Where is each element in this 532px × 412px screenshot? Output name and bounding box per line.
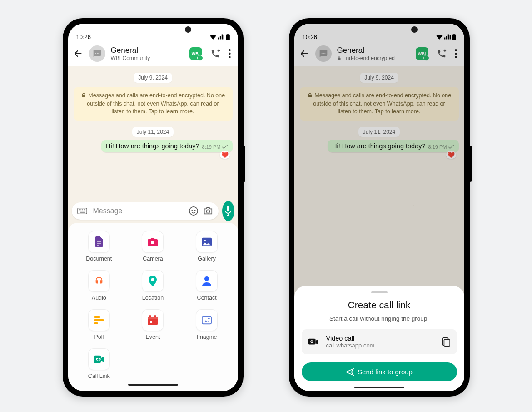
svg-point-46: [455, 56, 457, 58]
svg-point-41: [323, 53, 323, 54]
message-input-pill[interactable]: [72, 202, 219, 220]
keyboard-icon[interactable]: [77, 207, 87, 215]
status-icons: [436, 34, 456, 40]
signal-icon: [444, 34, 451, 40]
message-input[interactable]: [92, 207, 184, 215]
community-badge-icon[interactable]: WBI: [189, 47, 202, 60]
screen-right: 10:26 General End-to-end encrypted: [294, 24, 464, 391]
message-meta: 8:19 PM: [428, 144, 454, 150]
attach-audio[interactable]: Audio: [88, 270, 110, 301]
battery-icon: [452, 34, 456, 40]
heart-reaction[interactable]: ❤️: [446, 151, 456, 159]
camera-icon[interactable]: [203, 206, 213, 216]
back-button[interactable]: [299, 48, 310, 59]
svg-point-17: [206, 210, 209, 213]
attach-label: Gallery: [198, 256, 216, 262]
attach-label: Document: [86, 256, 112, 262]
doc-icon: [88, 231, 110, 253]
encryption-banner[interactable]: 🔒︎ Messages and calls are end-to-end enc…: [74, 87, 233, 121]
copy-icon[interactable]: [442, 337, 451, 347]
status-icons: [209, 34, 230, 40]
more-menu-icon[interactable]: [455, 49, 457, 58]
attach-location[interactable]: Location: [142, 270, 164, 301]
chat-body[interactable]: July 9, 2024 🔒︎ Messages and calls are e…: [68, 66, 238, 199]
svg-point-7: [229, 56, 230, 58]
chat-name: General: [111, 46, 184, 55]
status-bar: 10:26: [294, 24, 464, 42]
message-meta: 8:19 PM: [202, 144, 228, 150]
audio-icon: [88, 270, 110, 292]
call-add-icon[interactable]: [210, 49, 220, 59]
check-icon: [222, 145, 228, 149]
calllink-icon: [88, 348, 110, 370]
chat-header: General WBI Community WBI: [68, 42, 238, 66]
power-button[interactable]: [244, 146, 245, 182]
power-button[interactable]: [470, 146, 472, 182]
attach-gallery[interactable]: Gallery: [196, 231, 218, 262]
sheet-handle[interactable]: [371, 291, 388, 293]
gallery-icon: [196, 231, 218, 253]
phone-left: 10:26 General WBI Community WBI: [63, 18, 244, 397]
call-sheet-title: Create call link: [302, 300, 457, 311]
svg-rect-32: [148, 317, 158, 319]
attach-camera[interactable]: Camera: [142, 231, 164, 262]
call-add-icon[interactable]: [437, 49, 447, 59]
attach-label: Camera: [143, 256, 163, 262]
svg-point-14: [189, 207, 197, 215]
emoji-icon[interactable]: [189, 206, 199, 216]
heart-reaction[interactable]: ❤️: [220, 151, 230, 159]
svg-rect-28: [94, 319, 104, 321]
attach-event[interactable]: Event: [142, 309, 164, 340]
contact-icon: [196, 270, 218, 292]
attach-calllink[interactable]: Call Link: [88, 348, 110, 379]
wifi-icon: [436, 34, 443, 40]
more-menu-icon[interactable]: [229, 49, 231, 58]
svg-rect-20: [97, 243, 101, 244]
back-button[interactable]: [73, 48, 84, 59]
nav-indicator: [128, 384, 178, 386]
community-badge-icon[interactable]: WBI: [416, 47, 428, 60]
attachment-sheet: Document Camera Gallery Audio Location C…: [68, 223, 238, 391]
svg-rect-10: [80, 209, 81, 210]
chat-header: General End-to-end encrypted WBI: [294, 42, 464, 66]
group-avatar[interactable]: [315, 45, 332, 62]
chat-title-block[interactable]: General End-to-end encrypted: [337, 46, 410, 61]
attach-label: Event: [146, 334, 160, 340]
svg-rect-68: [444, 339, 450, 346]
send-link-button[interactable]: Send link to group: [302, 362, 457, 381]
outgoing-message[interactable]: Hi! How are things going today? 8:19 PM …: [101, 140, 233, 152]
attach-poll[interactable]: Poll: [88, 309, 110, 340]
chat-name: General: [337, 46, 410, 55]
svg-point-26: [204, 276, 209, 281]
svg-point-2: [95, 53, 96, 54]
svg-rect-8: [77, 208, 86, 214]
svg-rect-27: [94, 316, 100, 318]
svg-rect-34: [154, 315, 156, 317]
svg-point-3: [96, 53, 97, 54]
attach-label: Audio: [92, 295, 106, 301]
attach-imagine[interactable]: Imagine: [196, 309, 218, 340]
wifi-icon: [209, 34, 217, 40]
message-text: Hi! How are things going today?: [332, 142, 426, 150]
call-link-row[interactable]: Video call call.whatsapp.com: [302, 329, 457, 354]
imagine-icon: [196, 309, 218, 331]
group-avatar[interactable]: [89, 45, 105, 62]
svg-rect-11: [82, 209, 83, 210]
call-sheet-subtitle: Start a call without ringing the group.: [302, 315, 457, 322]
svg-point-40: [321, 53, 322, 54]
attach-contact[interactable]: Contact: [196, 270, 218, 301]
chat-subtitle: WBI Community: [111, 55, 184, 61]
attach-doc[interactable]: Document: [86, 231, 112, 262]
nav-indicator: [354, 387, 404, 388]
chat-body[interactable]: July 9, 2024 🔒︎ Messages and calls are e…: [294, 66, 464, 298]
outgoing-message[interactable]: Hi! How are things going today? 8:19 PM …: [328, 140, 459, 152]
svg-rect-12: [84, 209, 85, 210]
svg-rect-43: [338, 58, 340, 60]
mic-button[interactable]: [222, 201, 234, 221]
svg-point-44: [455, 49, 457, 51]
status-time: 10:26: [76, 34, 91, 40]
screen-left: 10:26 General WBI Community WBI: [68, 24, 238, 391]
video-link-icon: [308, 337, 320, 347]
chat-title-block[interactable]: General WBI Community: [111, 46, 184, 61]
encryption-banner[interactable]: 🔒︎ Messages and calls are end-to-end enc…: [300, 87, 459, 121]
